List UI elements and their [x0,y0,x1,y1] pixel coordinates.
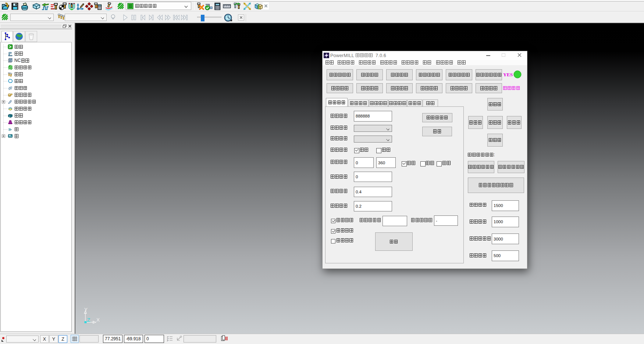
svg-text:Z: Z [87,317,90,323]
svg-text:X: X [96,317,100,323]
svg-text:z: z [167,340,168,342]
svg-text:Y: Y [84,307,88,312]
